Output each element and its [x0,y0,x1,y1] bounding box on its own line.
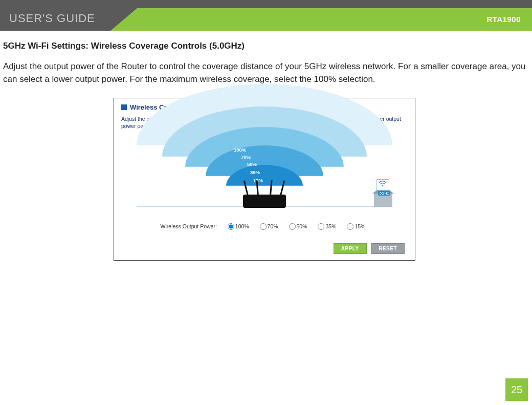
header-title: USER'S GUIDE [0,8,110,31]
pct-50: 50% [247,162,257,167]
radio-15[interactable]: 15% [344,223,365,229]
pct-15: 15% [253,178,263,183]
radio-70[interactable]: 70% [257,223,278,229]
doc-header: USER'S GUIDE RTA1900 [0,0,532,31]
coverage-diagram: 100% 70% 50% 35% 15% 5GHz [121,133,408,220]
output-power-row: Wireless Output Power: 100% 70% 50% 35% … [121,223,408,230]
router-icon [243,195,286,208]
svg-point-0 [382,185,384,186]
section-title: 5GHz Wi-Fi Settings: Wireless Coverage C… [3,41,526,51]
radio-35-input[interactable] [318,223,324,230]
reset-button[interactable]: RESET [371,243,405,254]
header-model: RTA1900 [486,8,521,31]
radio-15-input[interactable] [347,223,353,230]
settings-panel: Wireless Coverage Controls (5.0GHz) Adju… [114,98,415,261]
radio-50[interactable]: 50% [286,223,307,229]
pct-35: 35% [250,170,260,175]
radio-35[interactable]: 35% [315,223,336,229]
wifi-band-badge: 5GHz [378,191,390,196]
radio-100-input[interactable] [228,223,234,230]
apply-button[interactable]: APPLY [334,243,367,254]
radio-70-input[interactable] [260,223,267,230]
pct-100: 100% [234,147,246,153]
bullet-icon [121,104,127,110]
radio-100[interactable]: 100% [225,223,249,229]
section-body: Adjust the output power of the Router to… [3,60,526,86]
radio-50-input[interactable] [289,223,296,230]
output-power-label: Wireless Output Power: [161,223,217,229]
wifi-icon [376,179,389,190]
pct-70: 70% [241,155,251,160]
page-number: 25 [505,378,528,401]
